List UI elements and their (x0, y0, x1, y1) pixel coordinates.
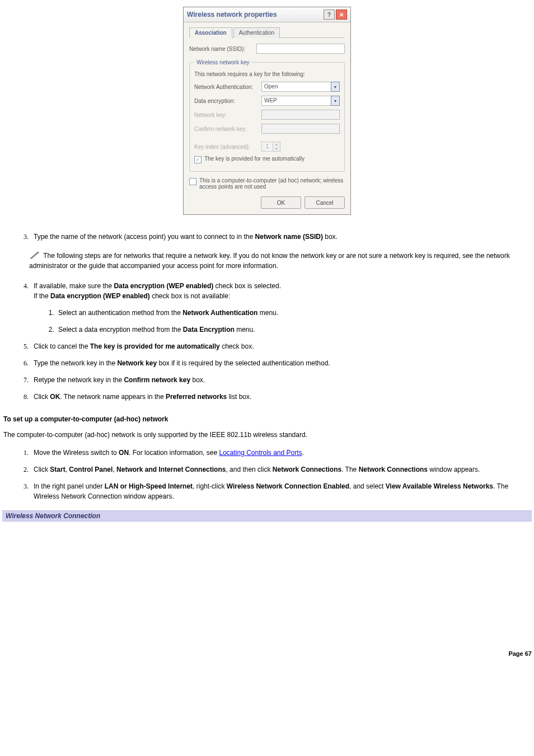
keyindex-value: 1 (261, 142, 273, 152)
keyindex-spinner: 1 ▲ ▼ (261, 142, 280, 152)
autokey-checkbox[interactable] (194, 156, 202, 163)
wireless-properties-dialog: Wireless network properties ? ✕ Associat… (183, 7, 351, 215)
ssid-label: Network name (SSID): (189, 46, 256, 52)
step-4: If available, make sure the Data encrypt… (30, 281, 532, 335)
auth-value: Open (261, 82, 331, 92)
confirmkey-label: Confirm network key: (194, 126, 261, 132)
networkkey-input (261, 110, 340, 120)
note-block: The following steps are for networks tha… (29, 251, 532, 271)
wireless-key-group: Wireless network key This network requir… (189, 59, 345, 172)
step-7: Retype the network key in the Confirm ne… (30, 375, 532, 385)
cancel-button[interactable]: Cancel (305, 196, 345, 209)
dialog-title: Wireless network properties (187, 11, 322, 18)
confirmkey-input (261, 124, 340, 134)
adhoc-intro: The computer-to-computer (ad-hoc) networ… (3, 430, 532, 440)
networkkey-label: Network key: (194, 112, 261, 118)
enc-dropdown-button[interactable]: ▾ (331, 96, 340, 106)
enc-value: WEP (261, 96, 331, 106)
step-5: Click to cancel the The key is provided … (30, 341, 532, 351)
help-button[interactable]: ? (324, 10, 335, 20)
adhoc-step-1: Move the Wireless switch to ON. For loca… (30, 448, 532, 458)
tab-association[interactable]: Association (189, 27, 232, 38)
tab-authentication[interactable]: Authentication (233, 27, 280, 38)
adhoc-heading: To set up a computer-to-computer (ad-hoc… (3, 415, 532, 423)
adhoc-step-2: Click Start, Control Panel, Network and … (30, 464, 532, 475)
tab-bar: Association Authentication (189, 27, 345, 38)
step-8: Click OK. The network name appears in th… (30, 392, 532, 402)
autokey-label: The key is provided for me automatically (204, 156, 305, 162)
ssid-input[interactable] (256, 44, 345, 54)
close-button[interactable]: ✕ (336, 10, 347, 20)
group-note: This network requires a key for the foll… (194, 71, 340, 77)
step-4-2: Select a data encryption method from the… (56, 325, 532, 335)
ok-button[interactable]: OK (261, 196, 301, 209)
adhoc-checkbox[interactable] (189, 178, 196, 185)
figure-caption: Wireless Network Connection (2, 510, 532, 522)
auth-label: Network Authentication: (194, 84, 261, 90)
page-number: Page 67 (2, 650, 532, 657)
enc-label: Data encryption: (194, 98, 261, 104)
auth-dropdown-button[interactable]: ▾ (331, 82, 340, 92)
group-legend: Wireless network key (194, 59, 251, 65)
step-6: Type the network key in the Network key … (30, 358, 532, 368)
note-icon (29, 251, 40, 259)
adhoc-step-3: In the right panel under LAN or High-Spe… (30, 481, 532, 501)
keyindex-up-icon: ▲ (273, 142, 280, 147)
step-3: Type the name of the network (access poi… (30, 232, 532, 242)
step-4-1: Select an authentication method from the… (56, 308, 532, 318)
locating-controls-link[interactable]: Locating Controls and Ports (219, 449, 302, 457)
keyindex-label: Key index (advanced): (194, 144, 261, 150)
keyindex-down-icon: ▼ (273, 147, 280, 151)
adhoc-label: This is a computer-to-computer (ad hoc) … (199, 177, 345, 190)
dialog-titlebar: Wireless network properties ? ✕ (184, 7, 350, 22)
